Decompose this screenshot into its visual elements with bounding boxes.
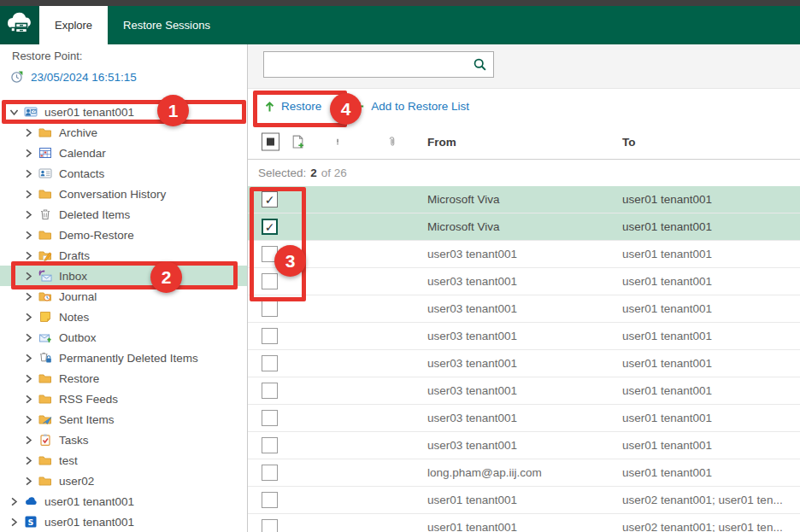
tree-item[interactable]: Demo-Restore [0,225,247,245]
table-header: From To [248,125,800,160]
search-icon[interactable] [473,57,487,72]
table-row[interactable]: user03 tenant001user01 tenant001 [248,268,800,295]
tree-item[interactable]: Restore [0,368,247,389]
row-checkbox[interactable] [262,301,278,317]
row-checkbox[interactable] [262,437,278,453]
to-cell: user01 tenant001 [622,220,791,233]
chevron-down-icon[interactable] [9,107,20,118]
tree-item[interactable]: user01 tenant001 [0,102,247,122]
select-all-checkbox[interactable] [262,133,279,151]
column-header-to[interactable]: To [622,136,636,149]
chevron-right-icon[interactable] [23,271,34,282]
row-checkbox[interactable] [262,492,278,508]
mailbox-icon [24,105,38,119]
table-row[interactable]: user03 tenant001user01 tenant001 [248,323,800,350]
tree-item[interactable]: Notes [0,307,247,327]
sent-icon [38,412,52,426]
attachment-icon[interactable] [386,134,397,149]
tree-item[interactable]: Archive [0,122,247,143]
chevron-right-icon[interactable] [23,168,34,179]
table-row[interactable]: Microsoft Vivauser01 tenant001 [248,186,800,213]
from-cell: long.pham@ap.iij.com [427,466,619,479]
tree-item[interactable]: Drafts [0,245,247,266]
tree-item[interactable]: user01 tenant001 [0,491,247,512]
row-checkbox[interactable] [262,273,278,289]
table-row[interactable]: user03 tenant001user01 tenant001 [248,295,800,323]
row-checkbox[interactable] [262,410,278,426]
chevron-right-icon[interactable] [23,332,34,343]
tree-item[interactable]: user02 [0,471,247,491]
chevron-right-icon[interactable] [9,517,20,528]
folder-icon [38,187,52,201]
table-row[interactable]: user03 tenant001user01 tenant001 [248,405,800,432]
table-row[interactable]: user03 tenant001user01 tenant001 [248,241,800,268]
from-cell: user03 tenant001 [427,439,619,452]
chevron-right-icon[interactable] [23,209,34,220]
importance-icon[interactable] [334,136,341,149]
tree-item-label: Outbox [59,331,97,344]
tree-item[interactable]: Calendar [0,143,247,163]
tree-item[interactable]: Sent Items [0,409,247,430]
table-row[interactable]: user03 tenant001user01 tenant001 [248,350,800,377]
chevron-right-icon[interactable] [23,476,34,487]
add-to-restore-list-button[interactable]: Add to Restore List [353,100,469,113]
tree-item-label: Deleted Items [59,208,130,221]
table-row[interactable]: user03 tenant001user01 tenant001 [248,432,800,459]
table-row[interactable]: user01 tenant001user02 tenant001; user01… [248,514,800,532]
table-row[interactable]: user03 tenant001user01 tenant001 [248,377,800,405]
chevron-right-icon[interactable] [23,230,34,241]
chevron-right-icon[interactable] [23,353,34,364]
tree-item-label: Drafts [59,249,90,262]
folder-icon [38,371,52,385]
search-input[interactable] [264,54,473,75]
row-checkbox[interactable] [262,246,278,262]
chevron-right-icon[interactable] [23,435,34,446]
tree-item[interactable]: test [0,450,247,471]
chevron-right-icon[interactable] [23,148,34,159]
contacts-icon [38,167,52,180]
row-checkbox[interactable] [262,219,278,235]
tree-item[interactable]: Permanently Deleted Items [0,348,247,368]
tree-item[interactable]: Tasks [0,430,247,450]
tree-item[interactable]: Inbox [0,266,247,286]
chevron-right-icon[interactable] [23,394,34,405]
chevron-right-icon[interactable] [23,373,34,384]
restore-button[interactable]: Restore [263,100,321,113]
item-type-icon[interactable] [291,135,305,149]
table-row[interactable]: long.pham@ap.iij.comuser01 tenant001 [248,459,800,487]
tree-item[interactable]: Outbox [0,327,247,348]
tree-item[interactable]: Conversation History [0,184,247,204]
table-row[interactable]: Microsoft Vivauser01 tenant001 [248,213,800,241]
chevron-right-icon[interactable] [23,312,34,323]
table-row[interactable]: user01 tenant001user02 tenant001; user01… [248,487,800,514]
row-checkbox[interactable] [262,328,278,344]
tree-item[interactable]: user01 tenant001 [0,512,247,532]
tree-item[interactable]: Contacts [0,163,247,184]
chevron-right-icon[interactable] [23,291,34,302]
tree-item-label: Contacts [59,167,104,180]
tab-explore[interactable]: Explore [39,6,108,44]
restore-point-row[interactable]: 23/05/2024 16:51:15 [10,70,137,84]
row-checkbox[interactable] [262,191,278,208]
tree-item[interactable]: RSS Feeds [0,389,247,409]
chevron-right-icon[interactable] [23,127,34,138]
chevron-right-icon[interactable] [9,496,20,507]
tree-item-label: user02 [59,475,94,488]
chevron-right-icon[interactable] [23,189,34,200]
row-checkbox[interactable] [262,383,278,399]
tree-item-label: RSS Feeds [59,393,118,406]
row-checkbox[interactable] [262,465,278,481]
cloud-archive-icon [6,12,33,39]
tree-item-label: user01 tenant001 [44,106,134,119]
tab-restore-sessions[interactable]: Restore Sessions [108,6,226,44]
chevron-right-icon[interactable] [23,455,34,466]
row-checkbox[interactable] [262,355,278,371]
chevron-right-icon[interactable] [23,250,34,261]
tree-item-label: Journal [59,290,97,303]
chevron-right-icon[interactable] [23,414,34,425]
tree-item[interactable]: Deleted Items [0,204,247,225]
row-checkbox[interactable] [262,519,278,532]
sidebar: Restore Point: 23/05/2024 16:51:15 user0… [0,44,248,532]
tree-item[interactable]: Journal [0,286,247,307]
column-header-from[interactable]: From [427,136,456,149]
